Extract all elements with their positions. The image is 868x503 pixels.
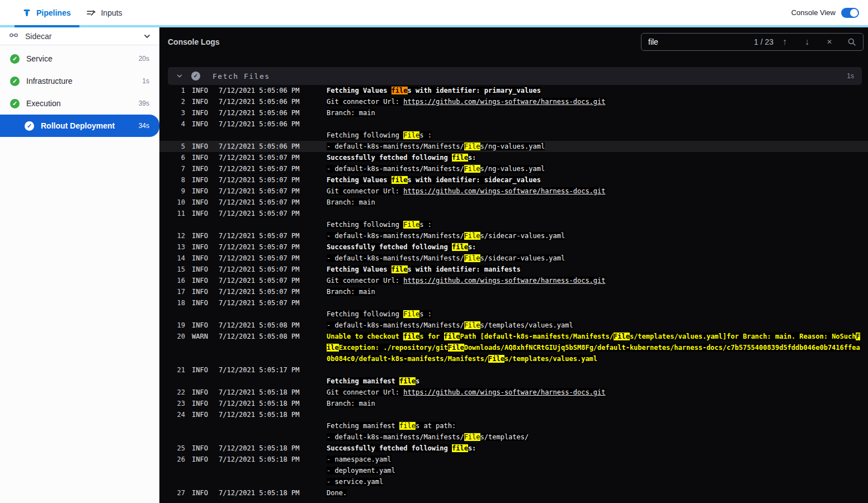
log-row: 21INFO7/12/2021 5:05:17 PM (159, 364, 868, 376)
log-row: 10INFO7/12/2021 5:05:07 PMBranch: main (159, 197, 868, 208)
log-level: INFO (192, 107, 216, 118)
log-line-number: 11 (168, 208, 185, 219)
log-line-number: 10 (168, 197, 185, 208)
log-line-number: 20 (168, 331, 185, 342)
sidebar-item-rollout-deployment[interactable]: ✓Rollout Deployment34s (0, 115, 159, 137)
log-line-number: 24 (168, 409, 185, 420)
log-search-box: 1 / 23 ↑ ↓ ✕ (641, 33, 864, 51)
log-row: 7INFO7/12/2021 5:05:07 PM- default-k8s-m… (159, 163, 868, 174)
log-timestamp: 7/12/2021 5:05:06 PM (219, 118, 300, 130)
log-level: INFO (192, 320, 216, 331)
console-title: Console Logs (168, 37, 220, 46)
log-line-number: 23 (168, 398, 185, 409)
log-link[interactable]: https://github.com/wings-software/harnes… (403, 187, 605, 195)
log-message: Branch: main (327, 197, 862, 208)
log-row: 16INFO7/12/2021 5:05:07 PMGit connector … (159, 275, 868, 286)
search-match: File (448, 344, 464, 352)
log-search-input[interactable] (641, 37, 754, 46)
search-match-current: file (391, 87, 408, 94)
log-timestamp: 7/12/2021 5:05:18 PM (219, 398, 300, 409)
log-message: - default-k8s-manifests/Manifests/Files/… (327, 320, 862, 331)
header-underline (0, 25, 868, 27)
log-level: WARN (192, 331, 216, 342)
chevron-down-icon[interactable] (143, 32, 152, 41)
sidebar-item-service[interactable]: ✓Service20s (0, 48, 159, 70)
search-next-button[interactable]: ↓ (796, 34, 818, 50)
log-row: 25INFO7/12/2021 5:05:18 PMSuccessfully f… (159, 443, 868, 454)
log-message: Branch: main (327, 398, 862, 409)
sidebar-item-execution[interactable]: ✓Execution39s (0, 92, 159, 115)
log-link[interactable]: https://github.com/wings-software/harnes… (403, 277, 605, 284)
log-level: INFO (192, 197, 216, 208)
search-match: file (403, 333, 419, 340)
log-section-header[interactable]: ✓ Fetch Files 1s (168, 67, 862, 85)
tab-pipelines[interactable]: Pipelines (15, 0, 78, 25)
sidebar-item-infrastructure[interactable]: ✓Infrastructure1s (0, 70, 159, 92)
log-row: 19INFO7/12/2021 5:05:08 PM- default-k8s-… (159, 320, 868, 331)
log-message: Fetching following Files : (327, 130, 862, 141)
search-close-button[interactable]: ✕ (818, 34, 841, 50)
stage-name: Sidecar (25, 32, 51, 41)
log-timestamp: 7/12/2021 5:05:18 PM (219, 454, 300, 465)
log-message: Fetching manifest files at path: (327, 420, 862, 431)
log-line-number: 2 (168, 96, 185, 107)
step-duration: 20s (139, 55, 149, 63)
console-view-toggle[interactable] (841, 8, 859, 18)
log-line-number: 3 (168, 107, 185, 118)
tab-pipelines-label: Pipelines (36, 8, 70, 17)
log-message: Unable to checkout files for filePath [d… (327, 331, 862, 364)
log-timestamp: 7/12/2021 5:05:07 PM (219, 297, 300, 309)
step-duration: 1s (142, 77, 149, 85)
top-header: Pipelines Inputs Console View (0, 0, 868, 25)
log-timestamp: 7/12/2021 5:05:07 PM (219, 286, 300, 297)
log-row: Fetching manifest files at path: (159, 420, 868, 431)
section-collapse-icon[interactable] (176, 72, 183, 80)
log-timestamp: 7/12/2021 5:05:18 PM (219, 443, 300, 454)
log-row: 13INFO7/12/2021 5:05:07 PMSuccessfully f… (159, 241, 868, 253)
step-label: Service (26, 54, 53, 63)
log-timestamp: 7/12/2021 5:05:07 PM (219, 174, 300, 186)
success-check-icon: ✓ (25, 121, 34, 131)
tab-inputs[interactable]: Inputs (78, 0, 130, 25)
log-line-number: 4 (168, 118, 185, 130)
search-match: file (452, 444, 468, 452)
log-message: Successfully fetched following files: (327, 443, 862, 454)
log-line-number: 25 (168, 443, 185, 454)
log-timestamp: 7/12/2021 5:05:18 PM (219, 387, 300, 398)
log-row: 8INFO7/12/2021 5:05:07 PMFetching Values… (159, 174, 868, 186)
log-timestamp: 7/12/2021 5:05:18 PM (219, 487, 300, 499)
search-match: File (403, 131, 419, 139)
log-row: Fetching following Files : (159, 309, 868, 320)
log-row: 9INFO7/12/2021 5:05:07 PMGit connector U… (159, 186, 868, 197)
search-match: File (403, 310, 419, 318)
log-line-number: 15 (168, 264, 185, 275)
log-timestamp: 7/12/2021 5:05:08 PM (219, 320, 300, 331)
search-match: File (488, 355, 504, 363)
inputs-icon (86, 8, 96, 17)
log-message: - default-k8s-manifests/Manifests/Files/… (327, 163, 862, 174)
log-row: 22INFO7/12/2021 5:05:18 PMGit connector … (159, 387, 868, 398)
log-row: 11INFO7/12/2021 5:05:07 PM (159, 208, 868, 219)
log-level: INFO (192, 174, 216, 186)
log-line-number: 13 (168, 241, 185, 253)
log-level: INFO (192, 230, 216, 241)
log-link[interactable]: https://github.com/wings-software/harnes… (403, 388, 605, 396)
search-match: file (444, 333, 460, 340)
log-line-number: 6 (168, 152, 185, 163)
log-timestamp: 7/12/2021 5:05:07 PM (219, 186, 300, 197)
search-icon[interactable] (841, 34, 863, 50)
section-success-icon: ✓ (191, 72, 200, 80)
search-prev-button[interactable]: ↑ (773, 34, 796, 50)
log-row: 1INFO7/12/2021 5:05:06 PMFetching Values… (159, 85, 868, 96)
console-view-label: Console View (791, 8, 836, 17)
search-match: file (452, 154, 468, 162)
stage-header[interactable]: Sidecar (0, 27, 159, 45)
log-level: INFO (192, 387, 216, 398)
search-match: File (464, 254, 480, 262)
log-link[interactable]: https://github.com/wings-software/harnes… (403, 98, 605, 106)
search-match: file (452, 243, 468, 251)
log-row: 2INFO7/12/2021 5:05:06 PMGit connector U… (159, 96, 868, 107)
search-match: File (403, 221, 419, 229)
step-duration: 39s (139, 99, 149, 107)
log-line-number: 22 (168, 387, 185, 398)
